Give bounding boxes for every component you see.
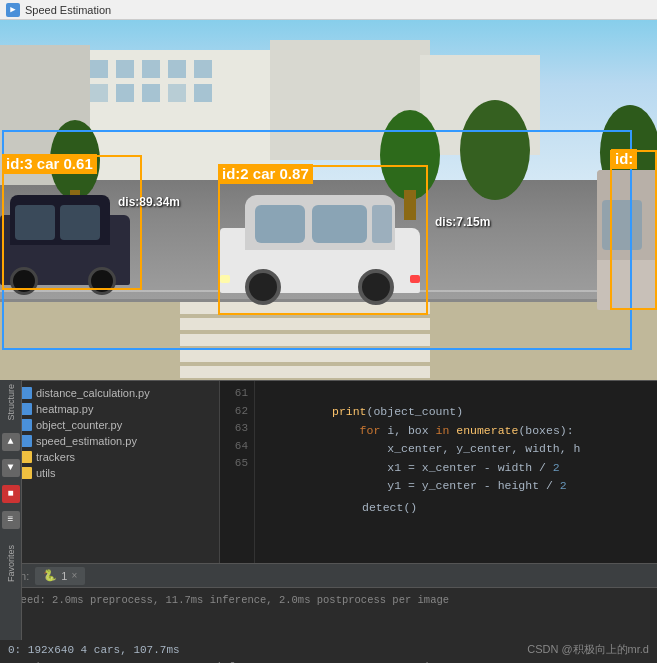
run-line-1: Speed: 2.0ms preprocess, 11.7ms inferenc… bbox=[8, 592, 649, 608]
ide-main-area: distance_calculation.py heatmap.py objec… bbox=[0, 380, 657, 563]
run-up-button[interactable]: ▲ bbox=[2, 433, 20, 451]
file-distance-calculation[interactable]: distance_calculation.py bbox=[0, 385, 219, 401]
folder-trackers[interactable]: ▶ trackers bbox=[0, 449, 219, 465]
video-frame: id:3 car 0.61 dis:89.34m id:2 car 0.87 d… bbox=[0, 20, 657, 380]
run-stop-button[interactable]: ■ bbox=[2, 485, 20, 503]
det-box-car2 bbox=[218, 165, 428, 315]
run-line-2: 2 bbox=[8, 608, 649, 625]
folder-utils[interactable]: ▶ utils bbox=[0, 465, 219, 481]
dist-car2: dis:7.15m bbox=[435, 215, 490, 229]
dist-car3: dis:89.34m bbox=[118, 195, 180, 209]
run-icon: 🐍 bbox=[43, 569, 57, 582]
file-heatmap[interactable]: heatmap.py bbox=[0, 401, 219, 417]
window-title: Speed Estimation bbox=[25, 4, 111, 16]
det-label-car2: id:2 car 0.87 bbox=[218, 164, 313, 184]
run-line-3 bbox=[8, 625, 649, 642]
code-lines: print(object_count) for i, box in enumer… bbox=[255, 381, 657, 563]
file-object-counter[interactable]: object_counter.py bbox=[0, 417, 219, 433]
run-tabs-bar: Run: 🐍 1 × bbox=[0, 564, 657, 588]
file-speed-estimation[interactable]: speed_estimation.py bbox=[0, 433, 219, 449]
run-action-button[interactable]: ≡ bbox=[2, 511, 20, 529]
det-box-car3 bbox=[2, 155, 142, 290]
tab-close-button[interactable]: × bbox=[71, 570, 77, 581]
ide-panel: distance_calculation.py heatmap.py objec… bbox=[0, 380, 657, 663]
code-editor: 61 62 63 64 65 print(object_count) for i… bbox=[220, 381, 657, 563]
run-down-button[interactable]: ▼ bbox=[2, 459, 20, 477]
titlebar: ▶ Speed Estimation bbox=[0, 0, 657, 20]
line-numbers: 61 62 63 64 65 bbox=[220, 381, 255, 563]
favorites-label: Favorites bbox=[6, 545, 16, 582]
app-icon: ▶ bbox=[6, 3, 20, 17]
code-line-61: print(object_count) bbox=[263, 385, 649, 403]
file-tree[interactable]: distance_calculation.py heatmap.py objec… bbox=[0, 381, 220, 563]
det-label-car-right: id: bbox=[611, 149, 637, 169]
run-tab-1[interactable]: 🐍 1 × bbox=[35, 567, 85, 585]
run-line-5: Speed: 3.0ms preprocess, 107.7ms inferen… bbox=[8, 659, 649, 663]
watermark: CSDN @积极向上的mr.d bbox=[527, 642, 649, 657]
left-sidebar: Structure ▲ ▼ ■ ≡ Favorites bbox=[0, 380, 22, 640]
det-label-car3: id:3 car 0.61 bbox=[2, 154, 97, 174]
structure-label: Structure bbox=[6, 384, 16, 421]
windows bbox=[90, 60, 214, 102]
det-box-car-right bbox=[610, 150, 657, 310]
